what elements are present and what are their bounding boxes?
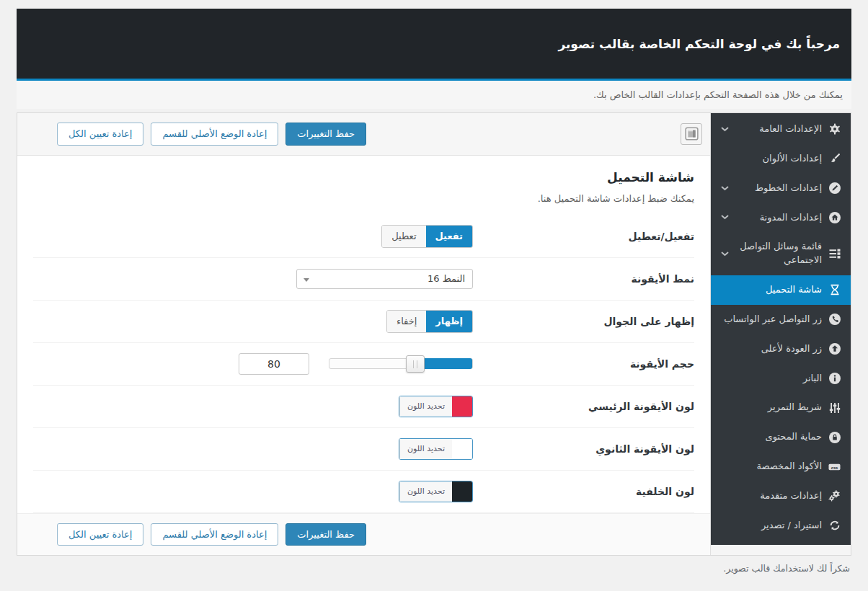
setting-label: لون الأيقونة الثانوي: [473, 443, 694, 455]
setting-row-primary-color: لون الأيقونة الرئيسي تحديد اللون: [33, 386, 694, 428]
sidebar-item-label: قائمة وسائل التواصل الاجتماعي: [735, 240, 822, 267]
section-title: شاشة التحميل: [33, 170, 694, 185]
action-buttons: حفظ التغييرات إعادة الوضع الأصلي للقسم إ…: [57, 123, 366, 146]
lock-circle-icon: [828, 432, 841, 443]
background-color-picker[interactable]: تحديد اللون: [399, 481, 473, 502]
mobile-visibility-toggle: إظهار إخفاء: [386, 310, 473, 333]
sidebar-item-advanced-settings[interactable]: إعدادات متقدمة: [711, 481, 851, 511]
svg-text:css: css: [831, 465, 838, 469]
sidebar-item-import-export[interactable]: استيراد / تصدير: [711, 511, 851, 541]
reset-section-button[interactable]: إعادة الوضع الأصلي للقسم: [151, 123, 278, 146]
sidebar-item-label: شاشة التحميل: [721, 283, 822, 297]
color-swatch: [452, 481, 472, 502]
sidebar-item-blog-settings[interactable]: إعدادات المدونة: [711, 203, 851, 233]
color-picker-label: تحديد اللون: [399, 439, 452, 459]
setting-label: حجم الأيقونة: [473, 358, 694, 370]
setting-label: تفعيل/تعطيل: [473, 231, 694, 242]
phone-circle-icon: [828, 314, 841, 325]
setting-row-enable: تفعيل/تعطيل تفعيل تعطيل: [33, 215, 694, 258]
home-circle-icon: [828, 212, 841, 223]
primary-color-picker[interactable]: تحديد اللون: [399, 396, 473, 417]
slider-handle[interactable]: [406, 355, 425, 373]
sidebar-item-back-to-top[interactable]: زر العودة لأعلى: [711, 334, 851, 364]
gear-icon: [828, 123, 841, 135]
setting-row-icon-size: حجم الأيقونة: [33, 343, 694, 386]
sidebar-item-whatsapp-button[interactable]: زر التواصل عبر الواتساب: [711, 305, 851, 334]
hourglass-icon: [828, 284, 841, 296]
sidebar-nav: الإعدادات العامة إعدادات الألوان إعدادات…: [711, 113, 851, 545]
page-subtitle: يمكنك من خلال هذه الصفحة التحكم بإعدادات…: [17, 81, 851, 109]
footer-thanks-text: شكراً لك لاستخدامك قالب تصوير.: [17, 556, 851, 581]
select-arrow-icon: [304, 278, 309, 282]
color-swatch: [452, 439, 472, 459]
sliders-icon: [828, 402, 841, 414]
info-circle-icon: [828, 373, 841, 384]
page-title: مرحباً بك في لوحة التحكم الخاصة بقالب تص…: [558, 37, 840, 51]
sidebar-item-color-settings[interactable]: إعدادات الألوان: [711, 144, 851, 174]
sidebar-item-label: زر العودة لأعلى: [721, 342, 822, 356]
sidebar-item-label: حماية المحتوى: [721, 430, 822, 444]
select-value: النمط 16: [428, 273, 465, 284]
sync-icon: [828, 520, 841, 531]
icon-style-select[interactable]: النمط 16: [296, 269, 473, 289]
chevron-down-icon: [721, 252, 729, 257]
setting-control: تحديد اللون: [33, 481, 473, 502]
reset-section-button[interactable]: إعادة الوضع الأصلي للقسم: [151, 523, 278, 546]
dashboard-header: مرحباً بك في لوحة التحكم الخاصة بقالب تص…: [17, 9, 851, 81]
setting-row-secondary-color: لون الأيقونة الثانوي تحديد اللون: [33, 428, 694, 471]
sidebar-item-social-media-list[interactable]: قائمة وسائل التواصل الاجتماعي: [711, 232, 851, 275]
list-icon: [828, 248, 841, 259]
chevron-down-icon: [721, 215, 729, 220]
top-toolbar: حفظ التغييرات إعادة الوضع الأصلي للقسم إ…: [17, 113, 710, 156]
toggle-off-option[interactable]: إخفاء: [387, 311, 426, 332]
toggle-on-option[interactable]: إظهار: [426, 311, 472, 332]
sidebar-item-custom-codes[interactable]: css الأكواد المخصصة: [711, 452, 851, 481]
setting-control: [33, 353, 473, 375]
sidebar-item-label: شريط التمرير: [721, 401, 822, 414]
setting-label: نمط الأيقونة: [473, 273, 694, 285]
icon-size-input[interactable]: [239, 353, 309, 375]
sidebar-item-general-settings[interactable]: الإعدادات العامة: [711, 115, 851, 144]
main-panel: الإعدادات العامة إعدادات الألوان إعدادات…: [17, 112, 851, 556]
reset-all-button[interactable]: إعادة تعيين الكل: [57, 523, 143, 546]
setting-control: تفعيل تعطيل: [33, 225, 473, 248]
setting-control: إظهار إخفاء: [33, 310, 473, 333]
sidebar-item-label: إعدادات المدونة: [735, 211, 822, 225]
setting-control: تحديد اللون: [33, 438, 473, 460]
setting-row-mobile-visibility: إظهار على الجوال إظهار إخفاء: [33, 301, 694, 343]
sidebar-item-label: إعدادات الخطوط: [735, 182, 822, 195]
layout-toggle-button[interactable]: [681, 123, 702, 145]
reset-all-button[interactable]: إعادة تعيين الكل: [57, 123, 143, 146]
sidebar-item-content-protection[interactable]: حماية المحتوى: [711, 422, 851, 452]
chevron-down-icon: [721, 186, 729, 191]
secondary-color-picker[interactable]: تحديد اللون: [399, 438, 473, 460]
settings-sidebar: الإعدادات العامة إعدادات الألوان إعدادات…: [711, 113, 851, 555]
paintbrush-icon: [828, 153, 841, 164]
setting-label: لون الأيقونة الرئيسي: [473, 401, 694, 412]
enable-toggle: تفعيل تعطيل: [381, 225, 473, 248]
sidebar-item-loading-screen[interactable]: شاشة التحميل: [711, 275, 851, 305]
toggle-on-option[interactable]: تفعيل: [426, 226, 473, 247]
layout-icon: [685, 127, 699, 141]
save-button[interactable]: حفظ التغييرات: [285, 523, 366, 546]
setting-control: تحديد اللون: [33, 396, 473, 417]
section-header: شاشة التحميل يمكنك ضبط إعدادات شاشة التح…: [17, 156, 710, 213]
save-button[interactable]: حفظ التغييرات: [285, 123, 366, 146]
setting-control: النمط 16: [33, 269, 473, 289]
sidebar-item-slider[interactable]: شريط التمرير: [711, 393, 851, 422]
settings-content: حفظ التغييرات إعادة الوضع الأصلي للقسم إ…: [17, 113, 711, 555]
sidebar-item-label: استيراد / تصدير: [721, 519, 822, 533]
sidebar-item-label: البانر: [721, 372, 822, 386]
sidebar-item-font-settings[interactable]: إعدادات الخطوط: [711, 174, 851, 203]
color-swatch: [452, 396, 472, 417]
setting-label: لون الخلفية: [473, 486, 694, 497]
sidebar-item-label: إعدادات الألوان: [721, 152, 822, 166]
setting-label: إظهار على الجوال: [473, 316, 694, 327]
arrow-up-circle-icon: [828, 343, 841, 355]
sidebar-item-label: إعدادات متقدمة: [721, 489, 822, 503]
color-picker-label: تحديد اللون: [399, 481, 452, 502]
sidebar-item-banner[interactable]: البانر: [711, 364, 851, 394]
settings-rows: تفعيل/تعطيل تفعيل تعطيل نمط الأيقونة الن…: [17, 213, 710, 513]
toggle-off-option[interactable]: تعطيل: [382, 226, 425, 247]
icon-size-slider[interactable]: [329, 358, 473, 369]
